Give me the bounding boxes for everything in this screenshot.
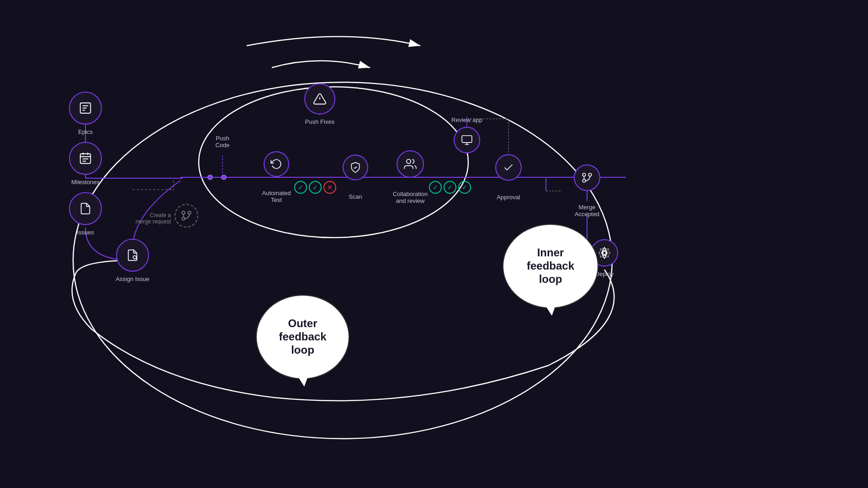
merge-request-label: Create amerge request	[121, 212, 171, 225]
check-2: ✓	[309, 181, 322, 194]
push-fixes-label: Push Fixes	[305, 118, 334, 125]
merge-accepted-node: MergeAccepted	[566, 164, 608, 217]
scan-node: Scan	[343, 155, 368, 200]
push-fixes-node: Push Fixes	[304, 84, 335, 125]
svg-point-41	[582, 179, 586, 182]
milestones-label: Milestones	[71, 179, 100, 186]
svg-point-31	[182, 211, 185, 214]
approval-label: Approval	[497, 194, 520, 201]
svg-point-37	[407, 159, 411, 164]
svg-point-34	[133, 256, 136, 259]
review-app-icon-circle	[454, 127, 480, 154]
check-1: ✓	[294, 181, 307, 194]
milestones-node: Milestones	[69, 142, 102, 186]
svg-point-45	[603, 251, 606, 255]
issues-node: Issues	[69, 192, 102, 236]
issues-label: Issues	[77, 229, 94, 236]
scan-icon-circle	[343, 155, 368, 180]
push-fixes-icon-circle	[304, 84, 335, 115]
collab-icon-circle	[397, 150, 424, 178]
diagram-container: Epics Milestones Issues	[0, 0, 868, 488]
svg-point-18	[208, 175, 212, 180]
outer-feedback-text: Outer feedback loop	[279, 317, 326, 356]
test-status-group: ✓ ✓ ✕	[294, 181, 336, 194]
merge-request-node: Create amerge request	[175, 204, 198, 228]
merge-accepted-icon-circle	[574, 164, 600, 191]
merge-request-icon-circle	[175, 204, 198, 228]
scan-label: Scan	[349, 193, 362, 200]
svg-point-42	[582, 173, 586, 176]
inner-feedback-bubble: Inner feedback loop	[503, 224, 598, 308]
svg-point-30	[182, 217, 185, 220]
automated-test-node: AutomatedTest	[256, 151, 297, 203]
review-app-node: Review app	[451, 117, 482, 154]
milestones-icon-circle	[69, 142, 102, 175]
push-code-label: PushCode	[215, 135, 229, 149]
collab-check-2: ✓	[444, 181, 456, 194]
svg-point-43	[588, 173, 592, 176]
collab-check-3: ✓	[458, 181, 471, 194]
merge-accepted-label: MergeAccepted	[566, 204, 608, 217]
collab-status-group: ✓ ✓ ✓	[429, 181, 471, 194]
svg-point-46	[600, 248, 609, 258]
svg-rect-38	[462, 136, 472, 143]
collab-review-label: Collaborationand review	[387, 191, 433, 204]
epics-node: Epics	[69, 92, 102, 135]
approval-node: Approval	[495, 154, 522, 201]
svg-point-32	[188, 211, 191, 214]
inner-feedback-text: Inner feedback loop	[527, 246, 574, 286]
review-app-label-above: Review app	[451, 117, 482, 123]
epics-icon-circle	[69, 92, 102, 125]
outer-feedback-bubble: Outer feedback loop	[256, 295, 349, 379]
automated-test-icon-circle	[264, 151, 289, 177]
assign-issue-icon-circle	[116, 239, 149, 272]
x-mark: ✕	[323, 181, 336, 194]
approval-icon-circle	[495, 154, 522, 181]
svg-point-19	[222, 175, 226, 180]
collab-check-1: ✓	[429, 181, 442, 194]
collab-review-node: Collaborationand review	[387, 150, 433, 204]
issues-icon-circle	[69, 192, 102, 225]
automated-test-label: AutomatedTest	[256, 190, 297, 203]
assign-issue-label: Assign Issue	[116, 276, 149, 282]
epics-label: Epics	[78, 128, 93, 135]
assign-issue-node: Assign Issue	[116, 239, 149, 282]
